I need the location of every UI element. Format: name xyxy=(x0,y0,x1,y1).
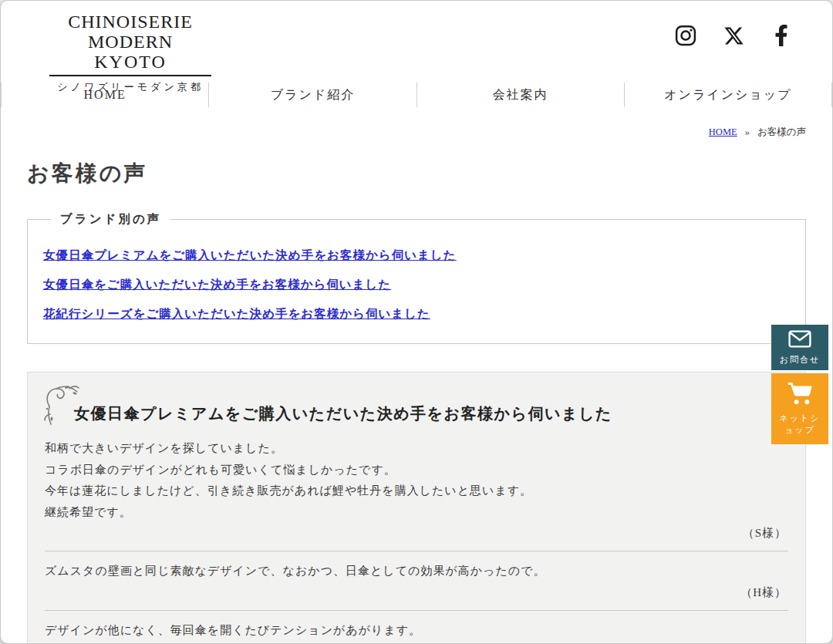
nav-item-brand[interactable]: ブランド紹介 xyxy=(208,83,416,107)
floating-buttons: お問合せ ネットショップ xyxy=(771,325,828,444)
flourish-ornament-icon xyxy=(42,383,80,430)
testimonial-text: 今年は蓮花にしましたけど、引き続き販売があれば鯉や牡丹を購入したいと思います。 xyxy=(45,480,788,502)
breadcrumb-home-link[interactable]: HOME xyxy=(709,126,737,137)
testimonial-text: デザインが他になく、毎回傘を開くたびテンションがあがります。 xyxy=(45,620,788,642)
brand-voices-legend: ブランド別の声 xyxy=(51,211,170,228)
net-shop-button-label: ネットショップ xyxy=(776,413,824,436)
testimonial-attribution: （H様） xyxy=(45,582,788,602)
breadcrumb-current: お客様の声 xyxy=(757,126,806,137)
testimonial-3: デザインが他になく、毎回傘を開くたびテンションがあがります。 人から褒められるこ… xyxy=(45,620,788,644)
brand-link-hanakiko[interactable]: 花紀行シリーズをご購入いただいた決め手をお客様から伺いました xyxy=(43,308,430,320)
testimonial-heading-row: 女優日傘プレミアムをご購入いただいた決め手をお客様から伺いました xyxy=(45,383,788,438)
testimonial-text: 和柄で大きいデザインを探していました。 xyxy=(45,438,788,460)
nav-item-company[interactable]: 会社案内 xyxy=(416,83,624,107)
testimonial-1: 和柄で大きいデザインを探していました。 コラボ日傘のデザインがどれも可愛いくて悩… xyxy=(45,438,788,543)
testimonial-2: ズムスタの壁画と同じ素敵なデザインで、なおかつ、日傘としての効果が高かったので。… xyxy=(45,561,788,602)
brand-voices-box: ブランド別の声 女優日傘プレミアムをご購入いただいた決め手をお客様から伺いました… xyxy=(27,211,806,344)
testimonial-text: コラボ日傘のデザインがどれも可愛いくて悩ましかったです。 xyxy=(45,460,788,481)
header: CHINOISERIE MODERN KYOTO シノワズリーモダン京都 xyxy=(1,1,832,78)
facebook-icon[interactable] xyxy=(771,25,792,46)
breadcrumb-separator: » xyxy=(745,126,750,137)
testimonial-section: 女優日傘プレミアムをご購入いただいた決め手をお客様から伺いました 和柄で大きいデ… xyxy=(27,372,806,644)
testimonial-text: 継続希望です。 xyxy=(45,502,788,524)
logo-divider xyxy=(49,75,211,76)
logo-title-line1: CHINOISERIE MODERN xyxy=(27,12,234,52)
testimonial-text: ズムスタの壁画と同じ素敵なデザインで、なおかつ、日傘としての効果が高かったので。 xyxy=(45,561,788,582)
x-twitter-icon[interactable] xyxy=(723,25,744,46)
breadcrumb: HOME»お客様の声 xyxy=(1,126,832,139)
site-logo[interactable]: CHINOISERIE MODERN KYOTO シノワズリーモダン京都 xyxy=(27,12,234,94)
testimonial-heading: 女優日傘プレミアムをご購入いただいた決め手をお客様から伺いました xyxy=(74,403,788,424)
logo-subtitle: シノワズリーモダン京都 xyxy=(27,80,234,94)
testimonial-divider xyxy=(45,551,788,551)
contact-button[interactable]: お問合せ xyxy=(771,325,828,370)
testimonial-divider xyxy=(45,610,788,611)
social-links xyxy=(674,24,792,47)
brand-link-premium[interactable]: 女優日傘プレミアムをご購入いただいた決め手をお客様から伺いました xyxy=(43,249,457,261)
brand-link-joyu-higasa[interactable]: 女優日傘をご購入いただいた決め手をお客様から伺いました xyxy=(43,278,391,291)
contact-button-label: お問合せ xyxy=(780,354,821,366)
page: CHINOISERIE MODERN KYOTO シノワズリーモダン京都 xyxy=(0,0,833,644)
cart-icon xyxy=(787,382,813,410)
page-title: お客様の声 xyxy=(27,159,832,188)
envelope-icon xyxy=(788,330,811,351)
testimonial-attribution: （S様） xyxy=(45,523,788,543)
net-shop-button[interactable]: ネットショップ xyxy=(771,373,828,444)
logo-title-line2: KYOTO xyxy=(27,52,234,72)
testimonial-text: 人から褒められることが多い日傘で愛用してます。 xyxy=(45,641,788,644)
instagram-icon[interactable] xyxy=(674,24,697,47)
nav-item-online-shop[interactable]: オンラインショップ xyxy=(624,83,832,107)
